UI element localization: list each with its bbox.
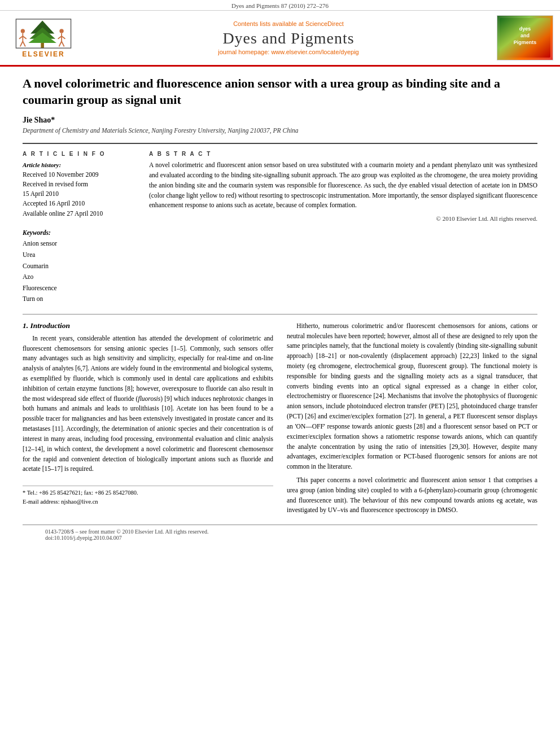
journal-header: ELSEVIER Contents lists available at Sci…	[0, 11, 560, 67]
svg-line-16	[62, 41, 64, 46]
elsevier-logo-area: ELSEVIER	[7, 18, 80, 58]
abstract-text: A novel colorimetric and fluorescent ani…	[149, 160, 537, 211]
footnote-email: E-mail address: njshao@live.cn	[23, 497, 273, 506]
revised-date: 15 April 2010	[23, 189, 135, 199]
issn-info: 0143-7208/$ – see front matter © 2010 El…	[45, 528, 515, 535]
authors: Jie Shao*	[23, 116, 537, 125]
accepted-date: Accepted 16 April 2010	[23, 199, 135, 208]
main-content: A novel colorimetric and fluorescence an…	[0, 67, 560, 556]
article-title: A novel colorimetric and fluorescence an…	[23, 76, 537, 108]
body-col-right: Hitherto, numerous colorimetric and/or f…	[287, 321, 537, 519]
citation-text: Dyes and Pigments 87 (2010) 272–276	[231, 2, 329, 9]
footnote-tel: * Tel.: +86 25 85427621; fax: +86 25 854…	[23, 488, 273, 497]
svg-point-5	[21, 29, 25, 33]
intro-para-1: In recent years, considerable attention …	[23, 334, 273, 474]
intro-left-text: In recent years, considerable attention …	[23, 334, 273, 474]
svg-text:and: and	[520, 33, 530, 38]
online-date: Available online 27 April 2010	[23, 209, 135, 219]
elsevier-tree-icon	[12, 18, 75, 49]
intro-para-2: Hitherto, numerous colorimetric and/or f…	[287, 321, 537, 472]
keyword-1: Anion sensor	[23, 238, 135, 250]
journal-cover-image: dyes and Pigments	[497, 15, 553, 60]
svg-text:dyes: dyes	[519, 26, 531, 32]
keyword-6: Turn on	[23, 294, 135, 305]
keyword-5: Fluorescence	[23, 283, 135, 294]
keyword-3: Coumarin	[23, 261, 135, 272]
svg-line-8	[23, 36, 26, 39]
elsevier-wordmark: ELSEVIER	[22, 50, 64, 58]
section-divider-top	[23, 143, 537, 144]
svg-point-11	[59, 29, 63, 33]
received-date: Received 10 November 2009	[23, 170, 135, 180]
body-col-left: 1. Introduction In recent years, conside…	[23, 321, 273, 519]
section-divider-body	[23, 314, 537, 314]
footnotes: * Tel.: +86 25 85427621; fax: +86 25 854…	[23, 486, 273, 506]
revised-label: Received in revised form	[23, 180, 135, 189]
keyword-2: Urea	[23, 250, 135, 261]
intro-para-3: This paper concerns a novel colorimetric…	[287, 475, 537, 516]
body-section: 1. Introduction In recent years, conside…	[23, 321, 537, 519]
affiliation: Department of Chemistry and Materials Sc…	[23, 127, 537, 134]
article-info-abstract-section: A R T I C L E I N F O Article history: R…	[23, 151, 537, 305]
keywords-section: Keywords: Anion sensor Urea Coumarin Azo…	[23, 228, 135, 305]
article-info-col: A R T I C L E I N F O Article history: R…	[23, 151, 135, 305]
intro-heading: 1. Introduction	[23, 321, 273, 330]
svg-line-15	[59, 41, 62, 46]
history-label: Article history:	[23, 160, 135, 170]
journal-homepage: journal homepage: www.elsevier.com/locat…	[80, 49, 497, 55]
cover-art-icon: dyes and Pigments	[500, 18, 550, 58]
journal-citation: Dyes and Pigments 87 (2010) 272–276	[0, 0, 560, 11]
intro-right-text: Hitherto, numerous colorimetric and/or f…	[287, 321, 537, 516]
copyright-notice: © 2010 Elsevier Ltd. All rights reserved…	[149, 215, 537, 222]
doi-info: doi:10.1016/j.dyepig.2010.04.007	[45, 535, 515, 541]
abstract-col: A B S T R A C T A novel colorimetric and…	[149, 151, 537, 305]
journal-header-center: Contents lists available at ScienceDirec…	[80, 20, 497, 55]
svg-line-7	[19, 36, 23, 39]
article-info-label: A R T I C L E I N F O	[23, 151, 135, 157]
svg-text:Pigments: Pigments	[514, 40, 537, 45]
journal-title: Dyes and Pigments	[80, 29, 497, 47]
sciencedirect-link: Contents lists available at ScienceDirec…	[80, 20, 497, 27]
bottom-bar: 0143-7208/$ – see front matter © 2010 El…	[23, 525, 537, 544]
svg-line-13	[58, 36, 62, 39]
svg-line-10	[23, 41, 25, 46]
abstract-label: A B S T R A C T	[149, 151, 537, 157]
svg-line-9	[20, 41, 23, 46]
svg-line-14	[62, 36, 65, 39]
keywords-label: Keywords:	[23, 228, 135, 239]
keyword-4: Azo	[23, 272, 135, 283]
svg-rect-0	[41, 43, 44, 48]
article-history: Article history: Received 10 November 20…	[23, 160, 135, 219]
